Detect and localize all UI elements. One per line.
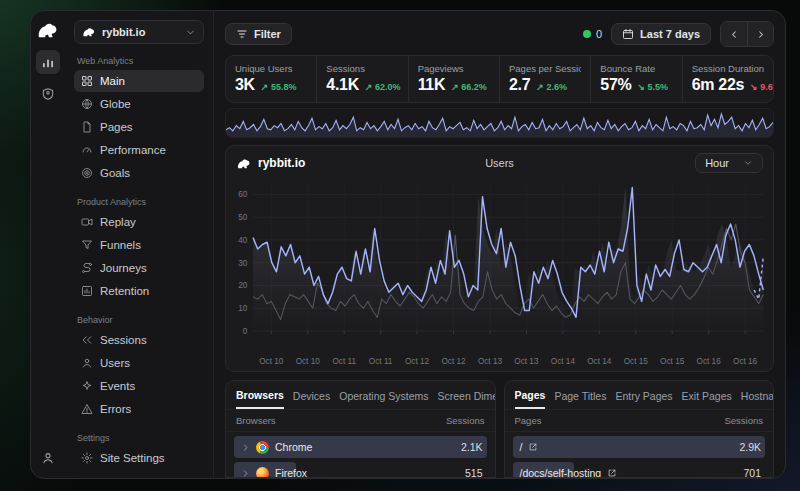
stat-session-duration[interactable]: Session Duration 6m 22s ↘ 9.6% <box>682 56 773 102</box>
svg-text:20: 20 <box>238 280 247 290</box>
tab-entry-pages[interactable]: Entry Pages <box>615 390 672 408</box>
sidebar-item-performance[interactable]: Performance <box>74 139 204 161</box>
sidebar-item-journeys[interactable]: Journeys <box>74 257 204 279</box>
column-name: Pages <box>515 415 542 426</box>
sidebar-item-label: Replay <box>100 216 136 228</box>
topbar-right: 0 Last 7 days <box>583 21 774 47</box>
sidebar-item-main[interactable]: Main <box>74 70 204 92</box>
sidebar-item-pages[interactable]: Pages <box>74 116 204 138</box>
stat-sessions[interactable]: Sessions 4.1K ↗ 62.0% <box>316 56 407 102</box>
bar-chart-icon <box>41 55 55 69</box>
sidebar-item-funnels[interactable]: Funnels <box>74 234 204 256</box>
svg-text:50: 50 <box>238 212 247 222</box>
row-value: 515 <box>465 467 483 478</box>
browser-row-chrome[interactable]: Chrome 2.1K <box>234 436 487 458</box>
external-link-icon[interactable] <box>528 442 538 452</box>
filter-button[interactable]: Filter <box>225 23 292 45</box>
tab-devices[interactable]: Devices <box>293 390 330 408</box>
sidebar-item-label: Performance <box>100 144 166 156</box>
svg-text:40: 40 <box>238 235 247 245</box>
gauge-icon <box>81 144 93 156</box>
live-visitors[interactable]: 0 <box>583 28 602 40</box>
sidebar-item-label: Events <box>100 380 135 392</box>
svg-text:30: 30 <box>238 258 247 268</box>
workspace-selector[interactable]: rybbit.io <box>74 20 204 44</box>
account-button[interactable] <box>36 446 60 470</box>
stat-value: 57% <box>600 76 631 94</box>
stat-change: ↗ 2.6% <box>536 82 567 92</box>
tab-pages[interactable]: Pages <box>515 389 546 409</box>
row-label: /docs/self-hosting <box>520 467 602 478</box>
svg-text:Oct 13: Oct 13 <box>514 356 539 366</box>
sidebar-item-events[interactable]: Events <box>74 375 204 397</box>
next-period-button[interactable] <box>747 22 773 46</box>
person-icon <box>81 357 93 369</box>
tab-hostnames[interactable]: Hostnames <box>741 390 773 408</box>
tab-exit-pages[interactable]: Exit Pages <box>682 390 732 408</box>
stat-value: 11K <box>418 76 446 94</box>
chevron-right-icon[interactable] <box>241 443 250 452</box>
rail-analytics-button[interactable] <box>36 50 60 74</box>
external-link-icon[interactable] <box>607 468 617 478</box>
globe-icon <box>81 98 93 110</box>
pages-column-headers: Pages Sessions <box>505 409 774 432</box>
sidebar-item-users[interactable]: Users <box>74 352 204 374</box>
sidebar-section-title: Product Analytics <box>77 197 201 207</box>
chart-title: Users <box>356 157 643 169</box>
svg-text:Oct 14: Oct 14 <box>551 356 576 366</box>
previous-period-button[interactable] <box>721 22 747 46</box>
sidebar-item-sessions[interactable]: Sessions <box>74 329 204 351</box>
calendar-icon <box>622 28 634 40</box>
trend-up-icon: ↗ <box>536 82 544 92</box>
filter-label: Filter <box>254 28 281 40</box>
chevron-right-icon[interactable] <box>241 469 250 478</box>
sidebar-item-globe[interactable]: Globe <box>74 93 204 115</box>
sidebar-item-label: Sessions <box>100 334 147 346</box>
warning-icon <box>81 403 93 415</box>
stat-label: Unique Users <box>235 63 307 74</box>
sidebar-item-errors[interactable]: Errors <box>74 398 204 420</box>
rail-security-button[interactable] <box>36 82 60 106</box>
browser-row-firefox[interactable]: Firefox 515 <box>234 462 487 478</box>
sidebar-item-site-settings[interactable]: Site Settings <box>74 447 204 469</box>
tab-browsers[interactable]: Browsers <box>236 389 284 409</box>
stat-pageviews[interactable]: Pageviews 11K ↗ 66.2% <box>408 56 499 102</box>
column-sessions: Sessions <box>724 415 763 426</box>
funnel-icon <box>81 239 93 251</box>
users-line-chart[interactable]: 0102030405060Oct 10Oct 10Oct 11Oct 11Oct… <box>226 175 773 371</box>
trend-up-icon: ↗ <box>451 82 459 92</box>
topbar: Filter 0 Last 7 days <box>225 20 774 48</box>
chevron-down-icon <box>185 27 196 38</box>
sidebar-item-goals[interactable]: Goals <box>74 162 204 184</box>
sidebar-item-label: Errors <box>100 403 131 415</box>
interval-select[interactable]: Hour <box>695 153 763 173</box>
date-range-button[interactable]: Last 7 days <box>611 23 711 45</box>
firefox-icon <box>256 467 269 479</box>
gear-icon <box>81 452 93 464</box>
svg-text:Oct 15: Oct 15 <box>660 356 685 366</box>
workspace-name: rybbit.io <box>102 26 145 38</box>
stat-value: 3K <box>235 76 255 94</box>
stat-bounce-rate[interactable]: Bounce Rate 57% ↘ 5.5% <box>590 56 681 102</box>
browsers-panel-tabs: Browsers Devices Operating Systems Scree… <box>226 381 495 409</box>
row-value: 2.1K <box>461 441 483 453</box>
sidebar-item-label: Journeys <box>100 262 147 274</box>
svg-text:Oct 10: Oct 10 <box>296 356 321 366</box>
tab-screen-dimensions[interactable]: Screen Dimensions <box>438 390 495 408</box>
stat-value: 6m 22s <box>692 76 744 94</box>
stat-unique-users[interactable]: Unique Users 3K ↗ 55.8% <box>226 56 316 102</box>
chevron-right-icon <box>755 29 766 40</box>
stat-change: ↗ 55.8% <box>261 82 297 92</box>
tab-operating-systems[interactable]: Operating Systems <box>339 390 428 408</box>
page-row-root[interactable]: / 2.9K <box>513 436 766 458</box>
stat-pages-per-session[interactable]: Pages per Session 2.7 ↗ 2.6% <box>499 56 590 102</box>
page-row-docs-self-hosting[interactable]: /docs/self-hosting 701 <box>513 462 766 478</box>
row-value: 2.9K <box>739 441 761 453</box>
sidebar-item-label: Pages <box>100 121 133 133</box>
sidebar-item-label: Users <box>100 357 130 369</box>
sidebar-item-retention[interactable]: Retention <box>74 280 204 302</box>
sidebar-item-replay[interactable]: Replay <box>74 211 204 233</box>
tab-page-titles[interactable]: Page Titles <box>554 390 606 408</box>
stat-change: ↘ 9.6% <box>750 82 774 92</box>
chart-box-icon <box>81 285 93 297</box>
